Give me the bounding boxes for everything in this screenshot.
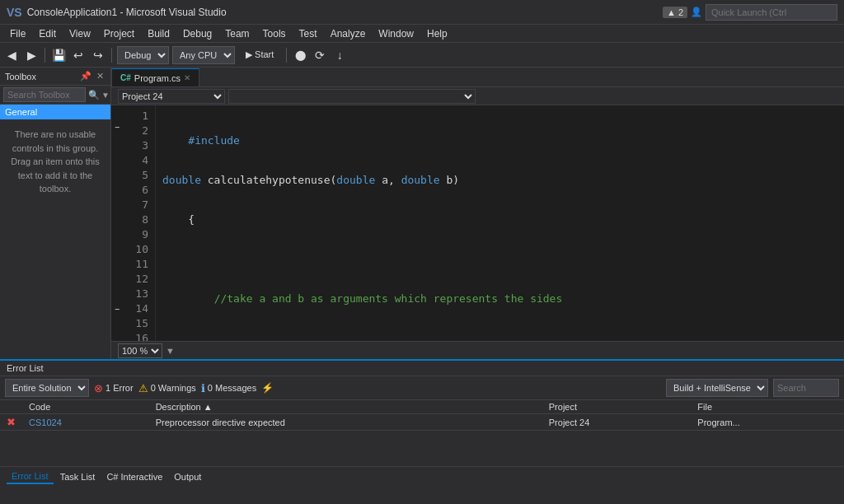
config-dropdown[interactable]: Debug (117, 46, 169, 64)
btab-errorlist[interactable]: Error List (7, 469, 54, 484)
fold-icon-16 (111, 291, 123, 302)
fold-icon-7 (111, 183, 123, 194)
quick-launch-input[interactable] (706, 4, 837, 21)
menu-bar: File Edit View Project Build Debug Team … (0, 25, 844, 43)
error-filter-dropdown[interactable]: Entire Solution (5, 379, 89, 397)
error-count-badge[interactable]: ⊗ 1 Error (94, 382, 134, 394)
toolbox-pin-btn[interactable]: 📌 (78, 71, 93, 82)
code-editor[interactable]: − − 1 2 (111, 105, 844, 341)
line-num-5: 5 (126, 168, 148, 183)
toolbar-undo-btn[interactable]: ↩ (70, 47, 87, 63)
tab-label: Program.cs (134, 73, 181, 83)
error-table-header: Code Description ▲ Project File (0, 400, 844, 414)
warning-count-badge[interactable]: ⚠ 0 Warnings (138, 382, 196, 394)
toolbar-sep2 (111, 48, 112, 63)
menu-test[interactable]: Test (293, 26, 324, 41)
line-num-9: 9 (126, 227, 148, 242)
menu-debug[interactable]: Debug (176, 26, 218, 41)
error-row-code[interactable]: CS1024 (22, 414, 149, 431)
code-content[interactable]: #include double calculatehypotenuse(doub… (156, 105, 844, 341)
toolbox-general-group[interactable]: General (0, 105, 110, 119)
menu-edit[interactable]: Edit (32, 26, 63, 41)
breadcrumb-right-select[interactable] (228, 89, 476, 104)
editor-tab-programcs[interactable]: C# Program.cs ✕ (111, 68, 199, 86)
fold-icon-11 (111, 231, 123, 242)
menu-window[interactable]: Window (372, 26, 420, 41)
fold-icon-1[interactable] (111, 109, 123, 120)
toolbox-close-btn[interactable]: ✕ (95, 71, 106, 82)
error-list-title: Error List (7, 363, 44, 373)
error-list-header: Error List (0, 361, 844, 376)
filter-icon-btn[interactable]: ⚡ (261, 382, 274, 394)
zoom-triangle-icon: ▼ (166, 346, 175, 356)
toolbox-search-input[interactable] (3, 87, 86, 102)
line-num-10: 10 (126, 242, 148, 257)
breadcrumb: Project 24 (111, 87, 844, 105)
error-row-file: Program... (691, 414, 844, 431)
toolbar-stepinto-btn[interactable]: ↓ (331, 47, 348, 63)
menu-tools[interactable]: Tools (256, 26, 293, 41)
fold-icon-19 (111, 329, 123, 341)
toolbox-panel: Toolbox 📌 ✕ 🔍 ▼ General There are no usa… (0, 68, 111, 359)
line-num-12: 12 (126, 272, 148, 287)
toolbar-stepover-btn[interactable]: ⟳ (312, 47, 328, 63)
code-line-5: //take a and b as arguments which repres… (162, 292, 837, 306)
menu-analyze[interactable]: Analyze (324, 26, 373, 41)
toolbox-header: Toolbox 📌 ✕ (0, 68, 110, 86)
start-button[interactable]: ▶ Start (238, 47, 281, 63)
btab-tasklist[interactable]: Task List (55, 470, 101, 483)
zoom-select[interactable]: 100 % (118, 343, 162, 358)
message-count-badge[interactable]: ℹ 0 Messages (201, 382, 256, 394)
tab-icon: C# (120, 73, 131, 82)
btab-csinteractive[interactable]: C# Interactive (101, 470, 167, 483)
line-num-8: 8 (126, 212, 148, 227)
menu-project[interactable]: Project (97, 26, 141, 41)
toolbox-header-buttons: 📌 ✕ (78, 71, 106, 82)
error-row-0[interactable]: ✖ CS1024 Preprocessor directive expected… (0, 414, 844, 431)
warning-count-label: 0 Warnings (151, 383, 196, 393)
line-num-15: 15 (126, 316, 148, 331)
menu-team[interactable]: Team (218, 26, 256, 41)
platform-dropdown[interactable]: Any CPU (172, 46, 235, 64)
bottom-panel: Error List Entire Solution ⊗ 1 Error ⚠ 0… (0, 359, 844, 466)
error-row-project: Project 24 (542, 414, 692, 431)
toolbar-redo-btn[interactable]: ↪ (90, 47, 106, 63)
fold-icon-9 (111, 207, 123, 218)
menu-help[interactable]: Help (420, 26, 454, 41)
code-line-4 (162, 252, 837, 267)
toolbox-dropdown-icon[interactable]: ▼ (101, 91, 110, 100)
toolbox-title: Toolbox (5, 72, 36, 82)
col-code[interactable]: Code (22, 400, 149, 414)
line-num-1: 1 (126, 109, 148, 124)
menu-build[interactable]: Build (141, 26, 176, 41)
zoom-bar: 100 % ▼ (111, 341, 844, 359)
col-file[interactable]: File (691, 400, 844, 414)
title-bar: VS ConsoleApplication1 - Microsoft Visua… (0, 0, 844, 25)
toolbar-breakpoint-btn[interactable]: ⬤ (292, 47, 308, 63)
fold-icon-2[interactable]: − (111, 120, 123, 135)
isense-dropdown[interactable]: Build + IntelliSense (666, 379, 768, 397)
toolbar-forward-btn[interactable]: ▶ (23, 47, 40, 63)
code-line-2: double calculatehypotenuse(double a, dou… (162, 173, 837, 188)
toolbar-save-btn[interactable]: 💾 (50, 47, 67, 63)
error-search-input[interactable] (773, 379, 839, 397)
fold-margin: − − (111, 105, 123, 341)
col-project[interactable]: Project (542, 400, 692, 414)
fold-icon-13 (111, 254, 123, 266)
line-num-14: 14 (126, 301, 148, 316)
fold-icon-4 (111, 147, 123, 159)
toolbar: ◀ ▶ 💾 ↩ ↪ Debug Any CPU ▶ Start ⬤ ⟳ ↓ (0, 43, 844, 68)
line-numbers: 1 2 3 4 5 6 7 8 9 10 11 12 13 14 15 16 1… (123, 105, 156, 341)
error-toolbar: Entire Solution ⊗ 1 Error ⚠ 0 Warnings ℹ… (0, 376, 844, 400)
error-table: Code Description ▲ Project File ✖ CS1024… (0, 400, 844, 431)
tab-close-btn[interactable]: ✕ (184, 73, 190, 82)
breadcrumb-left-select[interactable]: Project 24 (118, 89, 225, 104)
warning-triangle-icon: ⚠ (138, 382, 148, 394)
line-num-13: 13 (126, 287, 148, 301)
toolbar-back-btn[interactable]: ◀ (3, 47, 20, 63)
btab-output[interactable]: Output (169, 470, 206, 483)
fold-icon-17[interactable]: − (111, 302, 123, 317)
menu-view[interactable]: View (63, 26, 97, 41)
menu-file[interactable]: File (3, 26, 32, 41)
col-description[interactable]: Description ▲ (149, 400, 542, 414)
